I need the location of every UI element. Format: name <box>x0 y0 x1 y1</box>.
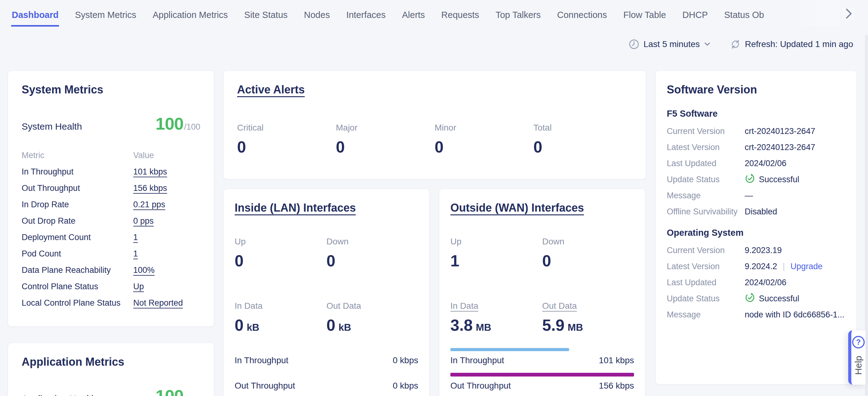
tab-application-metrics[interactable]: Application Metrics <box>152 6 228 27</box>
stat-value: 3.8MB <box>451 316 542 334</box>
row-last-updated: Last Updated 2024/02/06 <box>667 275 845 290</box>
tab-connections[interactable]: Connections <box>556 6 608 27</box>
row-value: node with ID 6dc66856-1... <box>745 310 844 319</box>
wan-out-data-link[interactable]: Out Data <box>542 301 577 311</box>
chevron-down-icon <box>704 42 710 47</box>
system-health-score: 100/100 <box>155 114 200 134</box>
metric-value-link[interactable]: 100% <box>133 265 155 275</box>
row-label: Update Status <box>667 175 745 185</box>
wan-throughput-section: In Throughput 101 kbps Out Throughput 15… <box>451 348 634 394</box>
application-health-value: 100 <box>155 386 183 396</box>
stat-value: 0kB <box>327 316 418 334</box>
stat-value: 0 <box>542 252 634 270</box>
lan-throughput-section: In Throughput 0 kbps Out Throughput 0 kb… <box>235 348 418 394</box>
metric-value-link[interactable]: 0 pps <box>133 216 154 226</box>
lan-interfaces-title-link[interactable]: Inside (LAN) Interfaces <box>235 201 356 214</box>
stat-value: 0 <box>435 138 533 156</box>
metric-value-link[interactable]: 1 <box>133 249 138 259</box>
tab-site-status[interactable]: Site Status <box>244 6 288 27</box>
stat-value: 5.9MB <box>542 316 634 334</box>
metric-value-link[interactable]: Not Reported <box>133 298 183 308</box>
wan-data-stats: In Data 3.8MB Out Data 5.9MB <box>451 301 634 334</box>
stat-label: Critical <box>237 123 336 133</box>
active-alerts-title-link[interactable]: Active Alerts <box>237 83 305 96</box>
alert-stats: Critical 0 Major 0 Minor 0 Total 0 <box>237 123 632 156</box>
row-update-status: Update Status Successful <box>667 290 845 307</box>
tab-flow-table[interactable]: Flow Table <box>623 6 667 27</box>
wan-out-throughput-bar <box>451 373 634 376</box>
tab-top-talkers[interactable]: Top Talkers <box>495 6 541 27</box>
metric-value-link[interactable]: Up <box>133 282 144 291</box>
tab-requests[interactable]: Requests <box>441 6 480 27</box>
lan-data-stats: In Data 0kB Out Data 0kB <box>235 301 418 334</box>
table-header-row: Metric Value <box>22 147 200 164</box>
row-current-version: Current Version crt-20240123-2647 <box>667 123 845 139</box>
wan-down-stat: Down 0 <box>542 237 634 270</box>
lan-updown-stats: Up 0 Down 0 <box>235 237 418 270</box>
nav-scroll-right-button[interactable] <box>843 8 855 21</box>
row-label: Last Updated <box>667 159 745 168</box>
metric-label: Pod Count <box>22 249 133 259</box>
tab-dhcp[interactable]: DHCP <box>682 6 709 27</box>
system-metrics-table: Metric Value In Throughput 101 kbps Out … <box>22 147 200 311</box>
stat-value: 0 <box>336 138 435 156</box>
metric-label: Control Plane Status <box>22 282 133 291</box>
wan-in-data-link[interactable]: In Data <box>451 301 478 311</box>
tab-nodes[interactable]: Nodes <box>303 6 331 27</box>
help-tab[interactable]: ? Help <box>848 331 866 385</box>
throughput-value: 101 kbps <box>599 356 634 365</box>
metric-label: Local Control Plane Status <box>22 298 133 308</box>
metric-label: Deployment Count <box>22 233 133 242</box>
lan-interfaces-card: Inside (LAN) Interfaces Up 0 Down 0 In D… <box>223 189 430 396</box>
row-last-updated: Last Updated 2024/02/06 <box>667 155 845 171</box>
application-health-suffix: /100 <box>184 394 200 396</box>
operating-system-rows: Current Version 9.2023.19 Latest Version… <box>667 242 845 323</box>
top-nav: Dashboard System Metrics Application Met… <box>11 6 828 32</box>
metric-value-link[interactable]: 101 kbps <box>133 167 167 177</box>
lan-down-stat: Down 0 <box>327 237 418 270</box>
row-value: 2024/02/06 <box>745 159 786 168</box>
upgrade-link[interactable]: Upgrade <box>790 262 823 271</box>
time-range-label: Last 5 minutes <box>644 39 700 49</box>
time-range-selector[interactable]: Last 5 minutes <box>629 39 710 50</box>
stat-label: Total <box>533 123 632 133</box>
row-label: Last Updated <box>667 278 745 287</box>
system-health-label: System Health <box>22 121 82 132</box>
tab-status-objects[interactable]: Status Ob <box>724 6 765 27</box>
row-label: Update Status <box>667 294 745 304</box>
lan-out-throughput-row: Out Throughput 0 kbps <box>235 378 418 394</box>
latest-version-text: 9.2024.2 <box>745 262 777 271</box>
metric-label: In Drop Rate <box>22 200 133 209</box>
alert-stat-critical: Critical 0 <box>237 123 336 156</box>
row-label: Current Version <box>667 126 745 136</box>
f5-software-rows: Current Version crt-20240123-2647 Latest… <box>667 123 845 220</box>
throughput-label: Out Throughput <box>451 381 511 391</box>
table-row: Local Control Plane Status Not Reported <box>22 295 200 311</box>
row-offline-survivability: Offline Survivability Disabled <box>667 204 845 220</box>
metric-value-link[interactable]: 1 <box>133 233 138 242</box>
metric-value-link[interactable]: 156 kbps <box>133 183 167 193</box>
metric-label: In Throughput <box>22 167 133 177</box>
status-text: Successful <box>759 294 799 304</box>
software-version-title: Software Version <box>667 83 845 96</box>
tab-interfaces[interactable]: Interfaces <box>346 6 386 27</box>
tab-dashboard[interactable]: Dashboard <box>11 6 59 27</box>
wan-in-throughput-bar <box>451 348 569 351</box>
wan-in-throughput-row: In Throughput 101 kbps <box>451 352 634 368</box>
alert-stat-minor: Minor 0 <box>435 123 533 156</box>
row-update-status: Update Status Successful <box>667 171 845 188</box>
application-health-score: 100/100 <box>155 386 200 396</box>
stat-value: 0 <box>235 252 327 270</box>
tab-alerts[interactable]: Alerts <box>401 6 425 27</box>
stat-label: Minor <box>435 123 533 133</box>
refresh-control[interactable]: Refresh: Updated 1 min ago <box>730 39 853 50</box>
lan-out-data-stat: Out Data 0kB <box>327 301 418 334</box>
system-health-row: System Health 100/100 <box>22 114 200 134</box>
table-row: Deployment Count 1 <box>22 229 200 246</box>
metric-value-link[interactable]: 0.21 pps <box>133 200 165 209</box>
lan-in-data-stat: In Data 0kB <box>235 301 327 334</box>
wan-interfaces-title-link[interactable]: Outside (WAN) Interfaces <box>451 201 584 214</box>
tab-system-metrics[interactable]: System Metrics <box>74 6 136 27</box>
stat-label: Down <box>327 237 418 247</box>
row-value: Disabled <box>745 207 777 217</box>
